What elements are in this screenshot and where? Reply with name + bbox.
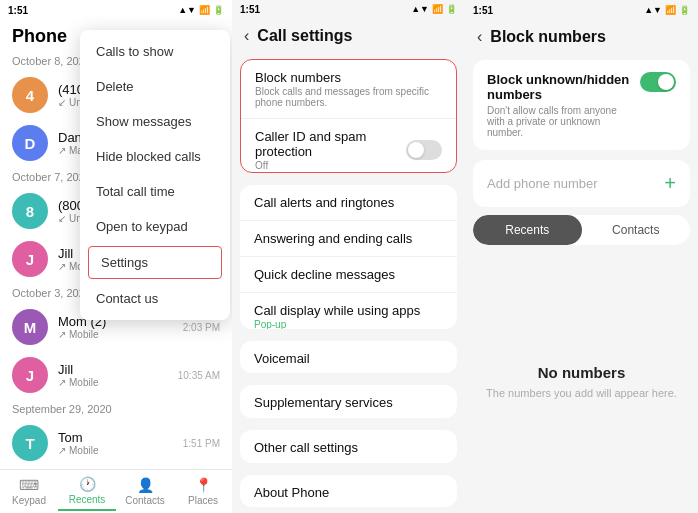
avatar: D: [12, 125, 48, 161]
status-bar-1: 1:51 ▲▼ 📶 🔋: [0, 0, 232, 20]
avatar: M: [12, 309, 48, 345]
avatar: J: [12, 357, 48, 393]
nav-recents-label: Recents: [69, 494, 106, 505]
block-numbers-card[interactable]: Block numbers Block calls and messages f…: [240, 59, 457, 173]
voicemail-title: Voicemail: [254, 351, 443, 366]
display-title: Call display while using apps: [254, 303, 443, 318]
avatar: J: [12, 241, 48, 277]
supplementary-title: Supplementary services: [254, 395, 443, 410]
add-phone-row[interactable]: Add phone number +: [473, 160, 690, 207]
tab-recents[interactable]: Recents: [473, 215, 582, 245]
menu-item-contact-us[interactable]: Contact us: [80, 281, 230, 316]
back-button[interactable]: ‹: [244, 27, 249, 45]
no-numbers-container: No numbers The numbers you add will appe…: [465, 249, 698, 513]
add-phone-text: Add phone number: [487, 176, 598, 191]
other-settings-row[interactable]: Other call settings: [240, 430, 457, 463]
list-item[interactable]: J Jill ↗Mobile 10:35 AM: [0, 351, 232, 399]
caller-id-toggle[interactable]: [406, 140, 442, 160]
recents-panel: 1:51 ▲▼ 📶 🔋 Phone October 8, 2020 4 (410…: [0, 0, 232, 513]
call-settings-panel: 1:51 ▲▼ 📶 🔋 ‹ Call settings Block number…: [232, 0, 465, 513]
block-unknown-card: Block unknown/hidden numbers Don't allow…: [473, 60, 690, 150]
menu-item-open-keypad[interactable]: Open to keypad: [80, 209, 230, 244]
caller-id-title: Caller ID and spam protection: [255, 129, 406, 159]
call-name: Tom: [58, 430, 173, 445]
block-header: ‹ Block numbers: [465, 20, 698, 54]
call-alerts-card: Call alerts and ringtones Answering and …: [240, 185, 457, 329]
nav-keypad-label: Keypad: [12, 495, 46, 506]
settings-title: Call settings: [257, 27, 352, 45]
other-settings-card: Other call settings: [240, 430, 457, 463]
block-title: Block numbers: [490, 28, 606, 46]
status-icons-1: ▲▼ 📶 🔋: [178, 5, 224, 15]
decline-title: Quick decline messages: [254, 267, 443, 282]
menu-item-delete[interactable]: Delete: [80, 69, 230, 104]
status-bar-3: 1:51 ▲▼ 📶 🔋: [465, 0, 698, 20]
menu-item-settings[interactable]: Settings: [88, 246, 222, 279]
avatar: 8: [12, 193, 48, 229]
call-time: 2:03 PM: [183, 322, 220, 333]
block-unknown-toggle[interactable]: [640, 72, 676, 92]
call-time: 1:51 PM: [183, 438, 220, 449]
bottom-nav: ⌨ Keypad 🕐 Recents 👤 Contacts 📍 Places: [0, 469, 232, 513]
nav-contacts[interactable]: 👤 Contacts: [116, 473, 174, 510]
status-bar-2: 1:51 ▲▼ 📶 🔋: [232, 0, 465, 19]
call-time: 10:35 AM: [178, 370, 220, 381]
keypad-icon: ⌨: [19, 477, 39, 493]
status-icons-2: ▲▼ 📶 🔋: [411, 4, 457, 14]
display-row[interactable]: Call display while using apps Pop-up: [240, 293, 457, 329]
avatar: T: [12, 425, 48, 461]
about-phone-title: About Phone: [254, 485, 443, 500]
list-item[interactable]: T Tom ↗Mobile 1:51 PM: [0, 419, 232, 467]
nav-contacts-label: Contacts: [125, 495, 164, 506]
menu-item-show-messages[interactable]: Show messages: [80, 104, 230, 139]
status-time-3: 1:51: [473, 5, 493, 16]
menu-item-total-call-time[interactable]: Total call time: [80, 174, 230, 209]
answering-title: Answering and ending calls: [254, 231, 443, 246]
voicemail-row[interactable]: Voicemail: [240, 341, 457, 374]
back-button-block[interactable]: ‹: [477, 28, 482, 46]
block-numbers-title: Block numbers: [255, 70, 442, 85]
nav-places-label: Places: [188, 495, 218, 506]
menu-item-calls-to-show[interactable]: Calls to show: [80, 34, 230, 69]
call-name: Jill: [58, 362, 168, 377]
date-sep29: September 29, 2020: [0, 399, 232, 419]
status-time-2: 1:51: [240, 4, 260, 15]
avatar: 4: [12, 77, 48, 113]
context-menu: Calls to show Delete Show messages Hide …: [80, 30, 230, 320]
block-numbers-row[interactable]: Block numbers Block calls and messages f…: [241, 60, 456, 119]
decline-row[interactable]: Quick decline messages: [240, 257, 457, 293]
display-sub: Pop-up: [254, 319, 443, 329]
nav-places[interactable]: 📍 Places: [174, 473, 232, 510]
block-tabs: Recents Contacts: [473, 215, 690, 245]
status-icons-3: ▲▼ 📶 🔋: [644, 5, 690, 15]
block-unknown-title: Block unknown/hidden numbers: [487, 72, 632, 102]
other-settings-title: Other call settings: [254, 440, 443, 455]
supplementary-row[interactable]: Supplementary services: [240, 385, 457, 418]
nav-recents[interactable]: 🕐 Recents: [58, 472, 116, 511]
about-phone-row[interactable]: About Phone: [240, 475, 457, 508]
caller-id-row[interactable]: Caller ID and spam protection Off: [241, 119, 456, 173]
recents-icon: 🕐: [79, 476, 96, 492]
no-numbers-title: No numbers: [538, 364, 626, 381]
block-numbers-panel: 1:51 ▲▼ 📶 🔋 ‹ Block numbers Block unknow…: [465, 0, 698, 513]
no-numbers-sub: The numbers you add will appear here.: [486, 387, 677, 399]
caller-id-sub: Off: [255, 160, 406, 171]
voicemail-card: Voicemail: [240, 341, 457, 374]
places-icon: 📍: [195, 477, 212, 493]
about-phone-card: About Phone: [240, 475, 457, 508]
block-unknown-sub: Don't allow calls from anyone with a pri…: [487, 105, 632, 138]
settings-header: ‹ Call settings: [232, 19, 465, 53]
add-plus-icon[interactable]: +: [664, 172, 676, 195]
status-time-1: 1:51: [8, 5, 28, 16]
answering-row[interactable]: Answering and ending calls: [240, 221, 457, 257]
block-numbers-sub: Block calls and messages from specific p…: [255, 86, 442, 108]
toggle-green-knob: [658, 74, 674, 90]
tab-contacts[interactable]: Contacts: [582, 215, 691, 245]
call-alerts-title: Call alerts and ringtones: [254, 195, 443, 210]
contacts-icon: 👤: [137, 477, 154, 493]
nav-keypad[interactable]: ⌨ Keypad: [0, 473, 58, 510]
supplementary-card: Supplementary services: [240, 385, 457, 418]
toggle-knob: [408, 142, 424, 158]
menu-item-hide-blocked[interactable]: Hide blocked calls: [80, 139, 230, 174]
call-alerts-row[interactable]: Call alerts and ringtones: [240, 185, 457, 221]
